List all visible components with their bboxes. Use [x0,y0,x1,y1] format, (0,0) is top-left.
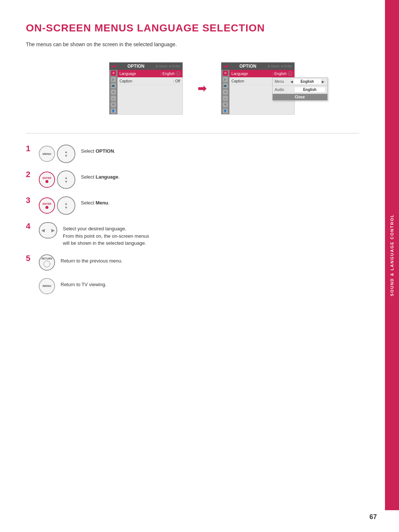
enter-label-3: ENTER [42,203,51,205]
step-4-line1: Select your desired language. [63,225,149,233]
step-3-buttons: ENTER ▲ ▼ [39,196,75,215]
menu1-icon-6: ⊞ [111,102,116,107]
down-arrow-3: ▼ [64,206,68,210]
menu1-icon-4: ◎ [111,89,116,95]
nav-wheel-2[interactable]: ▲ ▼ [57,170,75,189]
popup-right-arrow: ▶ [322,80,324,84]
step-2-text: Select Language. [81,170,120,181]
menu1-row-language: Language : English ● [117,70,183,78]
menu1-caption-value: : Off [173,79,180,83]
step-3-number: 3 [26,196,33,204]
return-button-5[interactable]: RETURN [39,254,55,271]
menu2-icon-1: ⚙ [223,71,228,76]
step-3-text: Select Menu. [81,196,109,207]
step-1: 1 MENU ▲ ▼ Select OPTION. [26,145,359,163]
sidebar-panel: SOUND & LANGUAGE CONTROL [385,0,399,510]
page-number: 67 [369,513,377,521]
popup-audio-label: Audio [275,88,290,92]
page-title: ON-SCREEN MENUS LANGUAGE SELECTION [26,22,359,34]
popup-close-button[interactable]: Close [273,94,327,100]
menu2-header: ▶▶ OPTION ⊕ Move ● Enter [221,62,294,70]
menu1-icon-5: ☺ [111,96,116,101]
menu2-title: OPTION [239,64,256,69]
menu2-icon-2: 🔊 [223,77,228,82]
menu2-enter-icon: ● [288,71,292,76]
step-6: MENU Return to TV viewing. [26,278,359,294]
step-6-buttons: MENU [39,278,55,294]
nav-arrows-2: ▲ ▼ [64,176,68,184]
menu2-language-value: : English [272,72,286,76]
menu2-icon-7: 👤 [223,108,228,113]
popup-english-1: English [294,79,321,84]
enter-dot-2 [45,180,48,183]
step-5-text: Return to the previous menu. [61,254,123,265]
popup-row-audio: Audio English [273,86,327,94]
left-arrow-4: ◀ [41,228,45,233]
menu-button-1[interactable]: MENU [39,146,55,162]
menu-button-6-label: MENU [42,284,51,288]
popup-left-arrow: ◀ [290,80,293,84]
step-5: 5 RETURN Return to the previous menu. [26,254,359,271]
menu1-language-label: Language [120,72,161,76]
menu1-logo: ▶▶ [112,64,117,68]
menu-screenshot-2: ▶▶ OPTION ⊕ Move ● Enter ⚙ 🔊 📺 ◎ ☺ ⊞ 👤 L… [221,62,295,115]
arrow-indicator: ➡ [198,82,206,95]
menu2-icon-4: ◎ [223,89,228,95]
step-4: 4 ◀ ▶ Select your desired language. From… [26,222,359,247]
return-label-5: RETURN [41,257,52,260]
menu2-icon-6: ⊞ [223,102,228,107]
menu1-rows: Language : English ● Caption : Off [117,70,183,114]
step-4-line2: From this point on, the on-screen menus [63,233,149,240]
main-content: ON-SCREEN MENUS LANGUAGE SELECTION The m… [0,0,385,316]
menu1-icon-7: 👤 [111,108,116,113]
menu1-title: OPTION [127,64,144,69]
menu1-icon-3: 📺 [111,83,116,88]
menu1-icon-1: ⚙ [111,71,116,76]
menu1-body: ⚙ 🔊 📺 ◎ ☺ ⊞ 👤 Language : English ● Cap [109,70,183,114]
step-1-buttons: MENU ▲ ▼ [39,145,75,163]
menu2-language-label: Language [232,72,273,76]
return-inner-circle [44,261,50,267]
menu-button-label: MENU [42,152,51,156]
language-popup: Menu ◀ English ▶ Audio English Close [272,77,328,101]
step-2-number: 2 [26,170,33,179]
step-4-line3: will be shown in the selected language. [63,240,149,247]
step-1-number: 1 [26,145,33,153]
menu-screenshot-1: ▶▶ OPTION ⊕ Move ● Enter ⚙ 🔊 📺 ◎ ☺ ⊞ 👤 L… [109,62,183,115]
step-5-number: 5 [26,254,33,262]
menu1-icon-2: 🔊 [111,77,116,82]
step-5-buttons: RETURN [39,254,55,271]
right-arrow-4: ▶ [51,228,55,233]
up-arrow-3: ▲ [64,201,68,206]
menu1-row-caption: Caption : Off [117,78,183,85]
page-subtitle: The menus can be shown on the screen in … [26,41,359,47]
menu2-icons: ⚙ 🔊 📺 ◎ ☺ ⊞ 👤 [221,70,229,114]
nav-lr-4[interactable]: ◀ ▶ [39,222,57,238]
popup-menu-label: Menu [275,79,290,84]
steps-container: 1 MENU ▲ ▼ Select OPTION. 2 ENTER [26,145,359,294]
enter-dot-3 [45,206,48,209]
menu2-icon-5: ☺ [223,96,228,101]
enter-button-3[interactable]: ENTER [39,197,55,214]
step-2-buttons: ENTER ▲ ▼ [39,170,75,189]
step-4-number: 4 [26,222,33,230]
nav-wheel-1[interactable]: ▲ ▼ [57,145,75,163]
step-1-text: Select OPTION. [81,145,115,155]
menu-button-6[interactable]: MENU [39,278,55,294]
section-divider [26,133,359,133]
menu1-enter-icon: ● [176,71,180,76]
step-4-text: Select your desired language. From this … [63,222,149,247]
step-2: 2 ENTER ▲ ▼ Select Language. [26,170,359,189]
menu1-icons: ⚙ 🔊 📺 ◎ ☺ ⊞ 👤 [109,70,117,114]
menu1-controls: ⊕ Move ● Enter [156,64,180,68]
menu2-controls: ⊕ Move ● Enter [267,64,292,68]
menu1-caption-label: Caption [120,79,173,83]
nav-wheel-3[interactable]: ▲ ▼ [57,196,75,215]
step-4-buttons: ◀ ▶ [39,222,57,238]
menu2-icon-3: 📺 [223,83,228,88]
enter-button-2[interactable]: ENTER [39,172,55,188]
sidebar-label: SOUND & LANGUAGE CONTROL [390,214,394,296]
nav-arrows-3: ▲ ▼ [64,201,68,210]
nav-arrows-1: ▲ ▼ [64,150,68,158]
menu1-header: ▶▶ OPTION ⊕ Move ● Enter [109,62,183,70]
